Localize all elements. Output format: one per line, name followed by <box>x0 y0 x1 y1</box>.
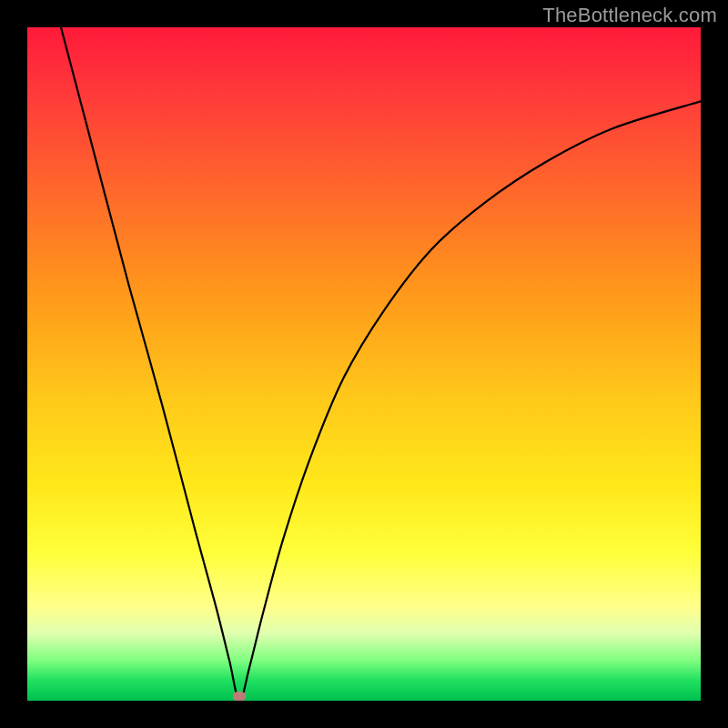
watermark-text: TheBottleneck.com <box>542 4 717 27</box>
bottleneck-curve <box>27 27 701 701</box>
plot-area <box>27 27 701 701</box>
optimal-point-marker <box>233 692 246 701</box>
curve-path <box>61 27 701 701</box>
chart-frame: TheBottleneck.com <box>0 0 728 728</box>
